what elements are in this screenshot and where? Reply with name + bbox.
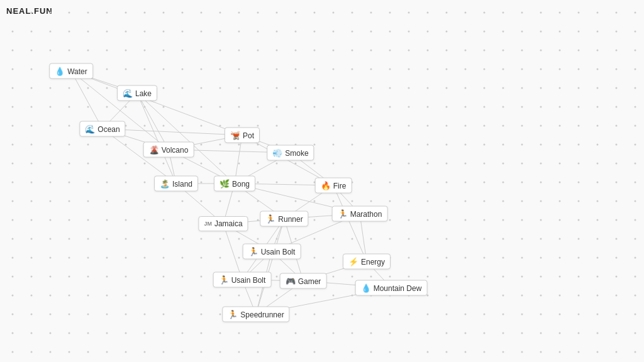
node-pot[interactable]: 🫕Pot — [225, 128, 260, 143]
node-label-pot: Pot — [243, 131, 254, 140]
node-marathon[interactable]: 🏃Marathon — [332, 206, 388, 222]
node-runner[interactable]: 🏃Runner — [260, 211, 308, 227]
node-icon-fire: 🔥 — [321, 181, 331, 190]
node-label-speedrunner: Speedrunner — [240, 310, 284, 319]
svg-line-2 — [71, 71, 169, 150]
node-icon-jamaica: JM — [204, 221, 212, 227]
node-icon-gamer: 🎮 — [286, 277, 296, 286]
node-icon-speedrunner: 🏃 — [228, 310, 238, 319]
node-lake[interactable]: 🌊Lake — [117, 85, 157, 101]
node-label-mountain_dew: Mountain Dew — [374, 283, 422, 292]
node-label-usain_bolt2: Usain Bolt — [261, 247, 296, 256]
node-icon-bong: 🌿 — [219, 179, 230, 189]
node-icon-usain_bolt1: 🏃 — [219, 275, 229, 285]
node-icon-water: 💧 — [55, 67, 65, 76]
node-speedrunner[interactable]: 🏃Speedrunner — [222, 307, 289, 322]
node-label-usain_bolt1: Usain Bolt — [231, 275, 266, 284]
node-label-smoke: Smoke — [285, 148, 308, 157]
node-icon-volcano: 🌋 — [149, 145, 159, 155]
node-volcano[interactable]: 🌋Volcano — [143, 142, 194, 158]
node-bong[interactable]: 🌿Bong — [214, 176, 255, 192]
node-energy[interactable]: ⚡Energy — [343, 254, 391, 270]
node-icon-runner: 🏃 — [265, 214, 275, 224]
node-icon-marathon: 🏃 — [338, 209, 348, 219]
node-label-lake: Lake — [135, 89, 152, 97]
node-gamer[interactable]: 🎮Gamer — [280, 273, 327, 289]
svg-line-7 — [137, 93, 235, 184]
node-label-jamaica: Jamaica — [214, 219, 243, 228]
node-water[interactable]: 💧Water — [49, 63, 93, 79]
node-smoke[interactable]: 💨Smoke — [267, 145, 314, 161]
node-label-fire: Fire — [333, 181, 347, 190]
node-island[interactable]: 🏝️Island — [154, 176, 198, 192]
node-icon-mountain_dew: 💧 — [361, 283, 371, 293]
svg-line-36 — [256, 219, 284, 314]
node-mountain_dew[interactable]: 💧Mountain Dew — [355, 280, 428, 296]
node-ocean[interactable]: 🌊Ocean — [79, 121, 125, 137]
graph-container: 💧Water🌊Lake🌊Ocean🌋Volcano🫕Pot💨Smoke🏝️Isl… — [0, 0, 644, 362]
node-label-gamer: Gamer — [298, 277, 321, 285]
node-fire[interactable]: 🔥Fire — [315, 178, 352, 194]
svg-line-5 — [137, 93, 169, 150]
node-usain_bolt2[interactable]: 🏃Usain Bolt — [243, 244, 301, 260]
node-icon-smoke: 💨 — [272, 148, 282, 158]
node-usain_bolt1[interactable]: 🏃Usain Bolt — [213, 272, 272, 288]
svg-line-28 — [333, 185, 367, 261]
node-label-energy: Energy — [361, 257, 385, 266]
node-label-marathon: Marathon — [350, 209, 382, 218]
node-label-bong: Bong — [232, 179, 250, 188]
node-jamaica[interactable]: JMJamaica — [198, 216, 248, 231]
node-label-runner: Runner — [278, 214, 303, 223]
node-label-ocean: Ocean — [97, 124, 119, 133]
node-icon-usain_bolt2: 🏃 — [248, 247, 258, 256]
node-icon-lake: 🌊 — [123, 89, 133, 98]
node-icon-energy: ⚡ — [348, 257, 358, 266]
node-icon-ocean: 🌊 — [85, 124, 95, 134]
svg-line-1 — [71, 71, 103, 129]
node-label-volcano: Volcano — [162, 145, 189, 154]
svg-line-6 — [137, 93, 176, 184]
node-icon-island: 🏝️ — [160, 179, 170, 189]
node-label-island: Island — [172, 179, 192, 188]
node-icon-pot: 🫕 — [230, 131, 240, 140]
node-label-water: Water — [67, 67, 87, 75]
